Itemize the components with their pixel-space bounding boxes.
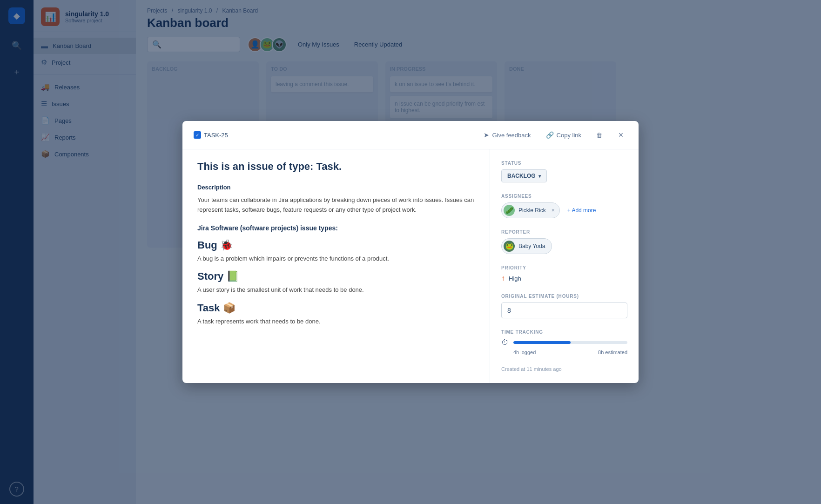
- assignee-avatar: 🥒: [504, 205, 515, 216]
- time-bar-bg: [513, 341, 627, 344]
- issue-title: This is an issue of type: Task.: [197, 161, 475, 173]
- assignee-name: Pickle Rick: [518, 207, 546, 214]
- description-text: Your teams can collaborate in Jira appli…: [197, 195, 475, 215]
- reporter-label: REPORTER: [501, 229, 627, 235]
- assignee-chip: 🥒 Pickle Rick ×: [501, 202, 560, 218]
- time-tracking-section: TIME TRACKING ⏱ 4h logged 8h estimated: [501, 329, 627, 355]
- issue-type-task: Task 📦 A task represents work that needs…: [197, 302, 475, 326]
- issue-type-story-desc: A user story is the smallest unit of wor…: [197, 285, 475, 295]
- modal: ✓ TASK-25 ➤ Give feedback 🔗 Copy link 🗑 …: [182, 121, 639, 383]
- priority-label: PRIORITY: [501, 265, 627, 270]
- time-tracking-label: TIME TRACKING: [501, 329, 627, 335]
- status-badge[interactable]: BACKLOG ▾: [501, 169, 547, 182]
- modal-overlay[interactable]: ✓ TASK-25 ➤ Give feedback 🔗 Copy link 🗑 …: [0, 0, 821, 504]
- modal-body: This is an issue of type: Task. Descript…: [182, 149, 639, 383]
- task-id: TASK-25: [204, 132, 228, 139]
- status-value: BACKLOG: [507, 173, 536, 179]
- time-logged: 4h logged: [513, 349, 536, 355]
- time-labels: 4h logged 8h estimated: [513, 349, 627, 355]
- modal-right: STATUS BACKLOG ▾ ASSIGNEES 🥒 Pickle Rick…: [490, 149, 639, 383]
- priority-row: ↑ High: [501, 274, 627, 282]
- time-bar-row: ⏱: [501, 338, 627, 347]
- issue-type-task-desc: A task represents work that needs to be …: [197, 317, 475, 326]
- modal-header: ✓ TASK-25 ➤ Give feedback 🔗 Copy link 🗑 …: [182, 121, 639, 149]
- timer-icon: ⏱: [501, 338, 509, 347]
- estimate-label: ORIGINAL ESTIMATE (HOURS): [501, 294, 627, 299]
- assignees-section: ASSIGNEES 🥒 Pickle Rick × + Add more: [501, 194, 627, 218]
- issue-type-bug: Bug 🐞 A bug is a problem which impairs o…: [197, 239, 475, 263]
- copy-link-btn[interactable]: 🔗 Copy link: [543, 129, 584, 141]
- priority-section: PRIORITY ↑ High: [501, 265, 627, 282]
- time-bar-fill: [513, 341, 571, 344]
- task-id-badge: ✓ TASK-25: [194, 131, 228, 139]
- assignees-label: ASSIGNEES: [501, 194, 627, 199]
- issue-type-story-name: Story 📗: [197, 270, 475, 282]
- modal-header-actions: ➤ Give feedback 🔗 Copy link 🗑 ×: [481, 128, 627, 141]
- reporter-chip: 🐸 Baby Yoda: [501, 238, 552, 254]
- issue-type-bug-desc: A bug is a problem which impairs or prev…: [197, 254, 475, 263]
- issue-type-bug-name: Bug 🐞: [197, 239, 475, 251]
- feedback-icon: ➤: [484, 131, 489, 139]
- time-estimated: 8h estimated: [598, 349, 627, 355]
- reporter-avatar: 🐸: [504, 241, 515, 252]
- issue-type-story: Story 📗 A user story is the smallest uni…: [197, 270, 475, 295]
- estimate-section: ORIGINAL ESTIMATE (HOURS): [501, 294, 627, 318]
- status-section: STATUS BACKLOG ▾: [501, 161, 627, 182]
- modal-left: This is an issue of type: Task. Descript…: [182, 149, 490, 383]
- description-label: Description: [197, 184, 475, 191]
- issue-types-header: Jira Software (software projects) issue …: [197, 224, 475, 232]
- issue-type-task-name: Task 📦: [197, 302, 475, 314]
- delete-btn[interactable]: 🗑: [593, 130, 605, 141]
- reporter-section: REPORTER 🐸 Baby Yoda: [501, 229, 627, 254]
- close-button[interactable]: ×: [614, 128, 627, 141]
- trash-icon: 🗑: [596, 132, 602, 139]
- created-at: Created at 11 minutes ago: [501, 366, 627, 372]
- priority-value: High: [509, 275, 521, 282]
- link-icon: 🔗: [546, 131, 554, 139]
- add-assignee-btn[interactable]: + Add more: [567, 207, 596, 214]
- chevron-down-icon: ▾: [538, 174, 541, 179]
- status-label: STATUS: [501, 161, 627, 166]
- give-feedback-btn[interactable]: ➤ Give feedback: [481, 129, 533, 141]
- estimate-input[interactable]: [501, 302, 627, 318]
- task-checkbox: ✓: [194, 131, 201, 139]
- remove-assignee-btn[interactable]: ×: [552, 207, 555, 214]
- priority-up-arrow-icon: ↑: [501, 274, 505, 282]
- reporter-name: Baby Yoda: [518, 243, 545, 249]
